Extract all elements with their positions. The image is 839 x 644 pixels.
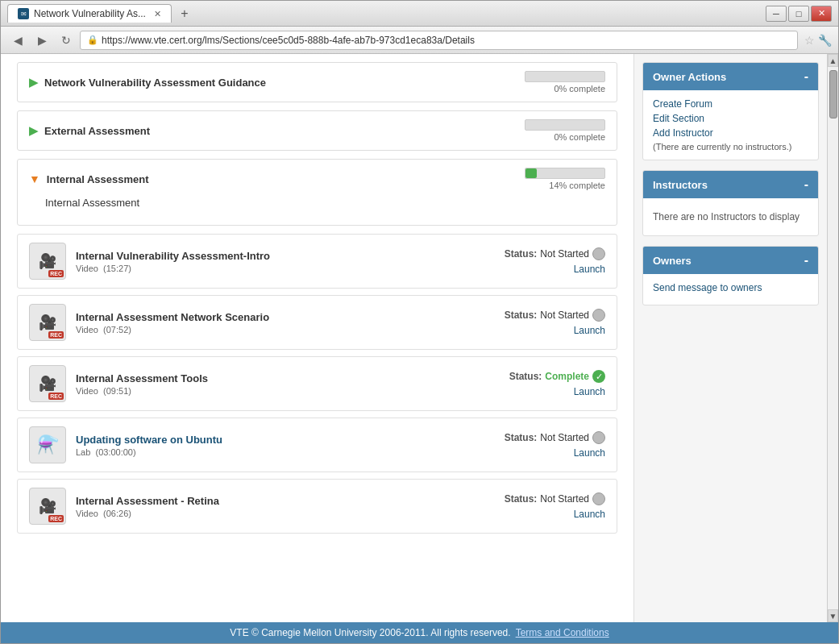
content-item: 🎥 REC Internal Assessment - Retina Video… (17, 479, 617, 534)
item-status: Status: Not Started Launch (505, 492, 605, 520)
item-title: Internal Assessment Tools (76, 372, 500, 384)
video-camera-icon: 🎥 (39, 375, 56, 393)
status-value: Not Started (540, 248, 589, 260)
owners-panel: Owners - Send message to owners (642, 246, 819, 305)
status-icon-not-started (592, 309, 605, 322)
launch-link[interactable]: Launch (574, 264, 605, 275)
terms-link[interactable]: Terms and Conditions (516, 627, 609, 638)
content-item: ⚗️ Updating software on Ubuntu Lab (03:0… (17, 418, 617, 472)
page-footer: VTE © Carnegie Mellon University 2006-20… (1, 622, 838, 643)
item-meta: Lab (03:00:00) (76, 447, 495, 457)
owner-actions-body: Create Forum Edit Section Add Instructor… (643, 90, 818, 160)
vertical-scrollbar[interactable]: ▲ ▼ (827, 54, 838, 622)
window-controls: ─ □ ✕ (766, 6, 832, 22)
item-icon-video: 🎥 REC (29, 304, 66, 341)
video-camera-icon: 🎥 (39, 497, 56, 515)
forward-button[interactable]: ▶ (31, 30, 52, 51)
tab-title: Network Vulnerability As... (34, 8, 146, 19)
status-value: Not Started (540, 432, 589, 443)
status-label: Status: (505, 432, 538, 443)
owner-actions-panel: Owner Actions - Create Forum Edit Sectio… (642, 62, 819, 160)
owners-body: Send message to owners (643, 274, 818, 305)
progress-bar (525, 119, 605, 131)
instructors-collapse-button[interactable]: - (804, 177, 808, 192)
status-icon-not-started (592, 431, 605, 444)
section-external-assessment: ▶ External Assessment 0% complete (17, 110, 617, 151)
owners-collapse-button[interactable]: - (804, 253, 808, 268)
instructors-panel: Instructors - There are no Instructors t… (642, 170, 819, 236)
reload-button[interactable]: ↻ (56, 30, 77, 51)
item-meta: Video (09:51) (76, 386, 500, 396)
content-item: 🎥 REC Internal Vulnerability Assessment-… (17, 234, 617, 289)
title-bar: Network Vulnerability As... ✕ + ─ □ ✕ (1, 1, 838, 27)
sidebar: Owner Actions - Create Forum Edit Sectio… (633, 54, 827, 622)
item-status: Status: Complete ✓ Launch (509, 370, 605, 397)
item-icon-video: 🎥 REC (29, 365, 66, 402)
instructors-title: Instructors (653, 179, 708, 191)
copyright-text: VTE © Carnegie Mellon University 2006-20… (230, 627, 510, 638)
section-title: Internal Assessment (47, 173, 149, 185)
launch-link[interactable]: Launch (574, 509, 605, 520)
add-instructor-link[interactable]: Add Instructor (653, 127, 808, 139)
section-title: Network Vulnerability Assessment Guidanc… (44, 77, 266, 89)
progress-label: 0% complete (554, 132, 605, 142)
settings-button[interactable]: 🔧 (818, 34, 832, 47)
ssl-lock-icon: 🔒 (87, 35, 98, 45)
instructors-body: There are no Instructors to display (643, 198, 818, 235)
item-title: Internal Vulnerability Assessment-Intro (76, 250, 495, 262)
owners-title: Owners (653, 255, 692, 267)
item-status: Status: Not Started Launch (505, 309, 605, 336)
send-message-link[interactable]: Send message to owners (653, 282, 808, 293)
content-item: 🎥 REC Internal Assessment Tools Video (0… (17, 356, 617, 411)
create-forum-link[interactable]: Create Forum (653, 98, 808, 110)
item-info: Internal Vulnerability Assessment-Intro … (76, 250, 495, 273)
item-title-link[interactable]: Updating software on Ubuntu (76, 434, 495, 446)
maximize-button[interactable]: □ (788, 6, 809, 22)
section-expand-arrow[interactable]: ▶ (29, 124, 38, 137)
launch-link[interactable]: Launch (574, 447, 605, 459)
browser-tab[interactable]: Network Vulnerability As... ✕ (7, 4, 172, 23)
video-camera-icon: 🎥 (39, 252, 56, 270)
instructor-note: (There are currently no instructors.) (653, 142, 808, 152)
owner-actions-header: Owner Actions - (643, 63, 818, 90)
item-icon-lab: ⚗️ (29, 426, 66, 463)
new-tab-button[interactable]: + (175, 4, 194, 23)
status-label: Status: (505, 493, 538, 505)
status-value: Not Started (540, 493, 589, 505)
bookmark-button[interactable]: ☆ (804, 34, 815, 47)
item-info: Updating software on Ubuntu Lab (03:00:0… (76, 434, 495, 457)
close-button[interactable]: ✕ (811, 6, 832, 22)
flask-icon: ⚗️ (37, 434, 59, 455)
status-value-complete: Complete (545, 371, 589, 382)
content-item: 🎥 REC Internal Assessment Network Scenar… (17, 295, 617, 350)
item-title: Internal Assessment Network Scenario (76, 311, 495, 323)
launch-link[interactable]: Launch (574, 325, 605, 336)
back-button[interactable]: ◀ (7, 30, 28, 51)
section-expand-arrow[interactable]: ▶ (29, 76, 38, 89)
navigation-bar: ◀ ▶ ↻ 🔒 https://www.vte.cert.org/lms/Sec… (1, 27, 838, 54)
item-info: Internal Assessment - Retina Video (06:2… (76, 495, 495, 518)
section-collapse-arrow[interactable]: ▼ (29, 172, 40, 185)
tab-close-button[interactable]: ✕ (154, 9, 161, 19)
scroll-down-arrow[interactable]: ▼ (828, 609, 838, 622)
progress-bar (525, 71, 605, 82)
scroll-up-arrow[interactable]: ▲ (828, 54, 838, 67)
minimize-button[interactable]: ─ (766, 6, 787, 22)
owner-actions-title: Owner Actions (653, 71, 726, 83)
video-camera-icon: 🎥 (39, 314, 56, 331)
favicon-icon (18, 8, 29, 19)
status-label: Status: (505, 248, 538, 260)
rec-badge: REC (48, 331, 64, 339)
owner-actions-collapse-button[interactable]: - (804, 69, 808, 84)
launch-link[interactable]: Launch (574, 386, 605, 397)
url-text: https://www.vte.cert.org/lms/Sections/ce… (102, 35, 475, 46)
item-icon-video: 🎥 REC (29, 243, 66, 280)
scroll-thumb[interactable] (829, 70, 837, 118)
main-content-area: ▶ Network Vulnerability Assessment Guida… (1, 54, 633, 622)
item-meta: Video (06:26) (76, 509, 495, 518)
edit-section-link[interactable]: Edit Section (653, 113, 808, 124)
instructors-header: Instructors - (643, 171, 818, 198)
status-value: Not Started (540, 310, 589, 321)
address-bar[interactable]: 🔒 https://www.vte.cert.org/lms/Sections/… (80, 31, 798, 50)
section-sublabel: Internal Assessment (45, 197, 605, 209)
